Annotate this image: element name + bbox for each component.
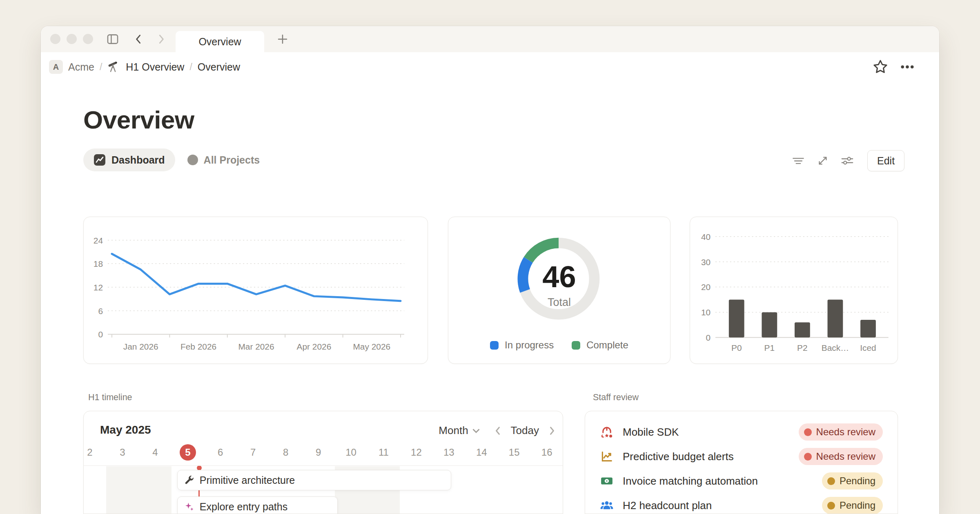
launches-chart-card[interactable]: 06121824Jan 2026Feb 2026Mar 2026Apr 2026… [83,217,428,364]
svg-text:24: 24 [94,236,103,245]
timeline-day[interactable]: 14 [473,444,490,461]
event-title: Primitive architecture [200,474,295,486]
timeline-card[interactable]: May 2025 Month Today 2345678910111213141… [83,411,563,514]
status-label: Needs review [816,451,875,462]
status-dot-icon [804,453,812,461]
svg-text:P1: P1 [764,343,775,352]
expand-icon[interactable] [815,153,831,168]
tab-dashboard[interactable]: Dashboard [83,148,175,171]
staff-review-row[interactable]: Mobile SDKNeeds review [585,420,898,444]
status-dot-icon [827,502,835,510]
timeline-day[interactable]: 11 [375,444,392,461]
donut-legend: In progressComplete [448,339,670,351]
timeline-day[interactable]: 3 [114,444,131,461]
event-title: Explore entry paths [200,501,287,513]
tab-all-projects[interactable]: All Projects [179,148,268,171]
status-badge: Pending [822,472,883,490]
more-options-icon[interactable] [899,59,915,75]
timeline-day[interactable]: 12 [408,444,424,461]
by-status-chart-card[interactable]: 010203040P0P1P2Back…Iced [690,217,898,364]
svg-text:Mar 2026: Mar 2026 [238,342,274,351]
edit-button[interactable]: Edit [867,150,904,171]
staff-review-row[interactable]: Invoice matching automationPending [585,469,898,493]
new-tab-icon[interactable] [275,32,290,47]
timeline-prev-icon[interactable] [494,426,502,435]
timeline-day[interactable]: 10 [343,444,359,461]
tab-overview[interactable]: Overview [176,31,264,52]
window-traffic-lights [50,34,93,44]
svg-text:20: 20 [701,283,710,292]
favorite-star-icon[interactable] [872,59,889,75]
page-title: Overview [83,105,194,134]
legend-item: In progress [490,339,554,351]
tab-title: Overview [198,36,241,48]
staff-review-row[interactable]: H2 headcount planPending [585,493,898,514]
status-dot-icon [827,477,835,485]
filter-icon[interactable] [791,153,806,168]
svg-text:30: 30 [701,257,710,267]
svg-text:10: 10 [701,308,710,317]
status-badge: Needs review [799,423,883,441]
forward-icon[interactable] [154,32,168,47]
status-label: Pending [840,500,875,511]
workspace-badge[interactable]: A [49,60,63,74]
timeline-day[interactable]: 2 [83,444,98,461]
window-tab-bar: Overview [41,26,939,52]
back-icon[interactable] [131,32,146,47]
legend-swatch [490,341,499,350]
timeline-day[interactable]: 8 [278,444,294,461]
svg-text:Iced: Iced [860,343,876,352]
svg-text:6: 6 [98,306,103,316]
banknote-icon [600,474,614,488]
timeline-day[interactable]: 6 [212,444,229,461]
breadcrumb-separator: / [189,62,192,73]
svg-text:18: 18 [94,259,103,268]
breadcrumb-item-h1-overview[interactable]: H1 Overview [126,61,184,73]
breadcrumb-item-acme[interactable]: Acme [68,61,94,73]
breadcrumb: A Acme / H1 Overview / Overview [41,52,939,82]
timeline-card-label: H1 timeline [88,392,132,403]
timeline-day[interactable]: 7 [245,444,261,461]
timeline-event[interactable]: Explore entry paths [177,496,338,514]
claw-machine-icon [600,425,614,439]
timeline-day[interactable]: 13 [441,444,457,461]
sidebar-toggle-icon[interactable] [105,32,120,47]
staff-card-label: Staff review [593,392,639,403]
tab-all-projects-label: All Projects [204,154,260,166]
timeline-view-mode-dropdown[interactable]: Month [439,424,479,437]
people-icon [600,498,614,512]
close-window-button[interactable] [50,34,60,44]
legend-swatch [572,341,580,350]
timeline-day[interactable]: 16 [539,444,555,461]
timeline-day-selected[interactable]: 5 [180,444,196,461]
minimize-window-button[interactable] [67,34,77,44]
zoom-window-button[interactable] [83,34,93,44]
status-badge: Needs review [799,448,883,465]
settings-sliders-icon[interactable] [840,153,855,168]
timeline-month-label: May 2025 [100,423,151,436]
svg-text:P0: P0 [731,343,742,352]
svg-text:0: 0 [706,333,711,342]
svg-text:Feb 2026: Feb 2026 [180,342,216,351]
timeline-day[interactable]: 4 [147,444,163,461]
telescope-icon [107,60,120,73]
trending-chart-icon [600,450,614,463]
timeline-event[interactable]: Primitive architecture [177,470,451,490]
staff-item-title: Predictive budget alerts [623,450,790,463]
circle-icon [187,155,198,165]
view-tabs: Dashboard All Projects [83,148,268,171]
timeline-day[interactable]: 15 [506,444,522,461]
staff-review-card[interactable]: Mobile SDKNeeds reviewPredictive budget … [585,411,898,514]
staff-review-row[interactable]: Predictive budget alertsNeeds review [585,444,898,469]
status-dot-icon [804,428,812,436]
project-overview-card[interactable]: 46 Total In progressComplete [448,217,670,364]
timeline-today-button[interactable]: Today [511,424,539,437]
timeline-day[interactable]: 9 [310,444,327,461]
chevron-down-icon [472,428,480,433]
legend-label: Complete [586,339,628,351]
timeline-next-icon[interactable] [548,426,556,435]
legend-label: In progress [505,339,554,351]
line-chart-icon [94,154,106,166]
svg-text:0: 0 [98,330,103,339]
breadcrumb-item-overview[interactable]: Overview [198,61,240,73]
